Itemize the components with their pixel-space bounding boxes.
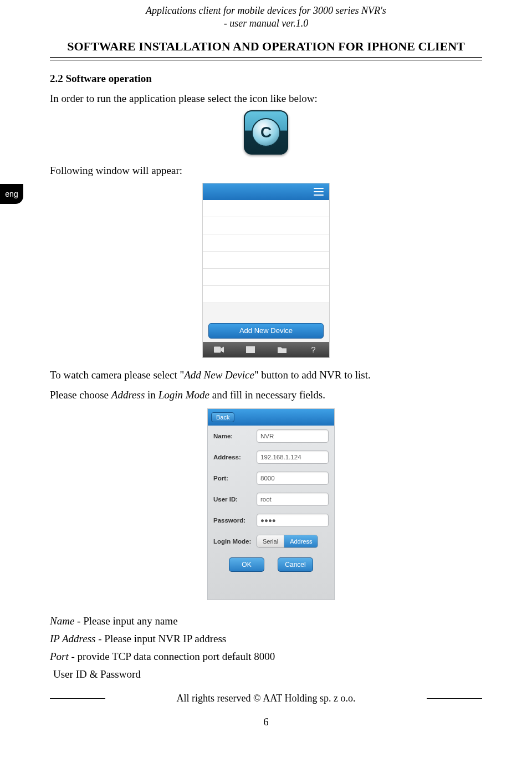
userid-label: User ID:: [213, 496, 257, 503]
list-item: [203, 252, 329, 269]
svg-marker-1: [221, 347, 224, 352]
watch-text: To watch camera please select "Add New D…: [50, 367, 482, 383]
login-mode-segmented[interactable]: Serial Address: [257, 535, 318, 548]
svg-rect-0: [214, 347, 221, 352]
following-text: Following window will appear:: [50, 162, 482, 179]
login-mode-label: Login Mode:: [213, 538, 257, 545]
section-title: 2.2 Software operation: [50, 73, 482, 85]
running-header-line2: - user manual ver.1.0: [50, 17, 482, 30]
address-label: Address:: [213, 454, 257, 460]
password-label: Password:: [213, 517, 257, 524]
svg-rect-2: [246, 346, 254, 352]
app-icon-glyph: C: [252, 118, 280, 147]
footer-rule-right: [427, 698, 482, 699]
name-label: Name:: [213, 433, 257, 439]
serial-option[interactable]: Serial: [257, 535, 284, 547]
footer-rule-left: [50, 698, 105, 699]
port-field[interactable]: 8000: [257, 472, 329, 485]
list-item: [203, 286, 329, 303]
ok-button[interactable]: OK: [229, 557, 264, 572]
field-descriptions: Name - Please input any name IP Address …: [50, 612, 482, 684]
device-list-rows: [203, 200, 329, 303]
list-item: [203, 217, 329, 234]
app-icon: C: [244, 110, 288, 155]
chapter-title: SOFTWARE INSTALLATION AND OPERATION FOR …: [50, 39, 482, 54]
video-icon[interactable]: [213, 345, 225, 354]
address-option[interactable]: Address: [284, 535, 318, 547]
page-number: 6: [50, 716, 482, 728]
intro-text: In order to run the application please s…: [50, 90, 482, 107]
cancel-button[interactable]: Cancel: [278, 557, 313, 572]
keypad-icon[interactable]: [244, 345, 257, 354]
title-rule: [50, 57, 482, 60]
list-item: [203, 234, 329, 252]
running-header-line1: Applications client for mobile devices f…: [50, 4, 482, 17]
port-label: Port:: [213, 475, 257, 482]
back-button[interactable]: Back: [211, 412, 234, 422]
add-new-device-button[interactable]: Add New Device: [208, 323, 324, 339]
language-tab: eng: [0, 184, 23, 204]
help-icon[interactable]: ?: [308, 345, 320, 354]
device-list-toolbar: ?: [203, 342, 329, 357]
device-list-header: [203, 183, 329, 200]
folder-icon[interactable]: [276, 345, 288, 354]
address-field[interactable]: 192.168.1.124: [257, 451, 329, 464]
footer-text: All rights reserved © AAT Holding sp. z …: [105, 693, 427, 704]
device-form-screenshot: Back Name: NVR Address: 192.168.1.124 Po…: [207, 408, 335, 600]
device-list-screenshot: Add New Device ?: [202, 183, 330, 358]
userid-field[interactable]: root: [257, 493, 329, 506]
password-field[interactable]: ●●●●: [257, 514, 329, 527]
menu-icon[interactable]: [314, 188, 324, 196]
name-field[interactable]: NVR: [257, 429, 329, 443]
form-header: Back: [208, 409, 334, 426]
list-item: [203, 200, 329, 217]
choose-text: Please choose Address in Login Mode and …: [50, 387, 482, 403]
list-item: [203, 269, 329, 286]
